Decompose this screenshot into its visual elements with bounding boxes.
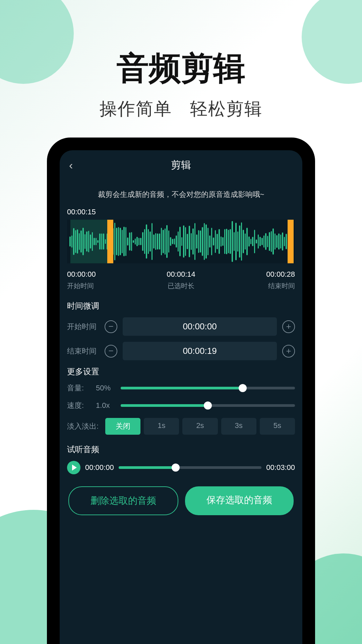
start-time-minus-button[interactable]: − [105,320,117,333]
fade-option-1s[interactable]: 1s [144,418,179,435]
start-time-adjust-label: 开始时间 [67,322,99,332]
preview-slider[interactable] [119,466,262,469]
speed-label: 速度: [67,400,91,411]
preview-title: 试听音频 [67,444,295,455]
preview-current-time: 00:00:00 [85,463,114,472]
promo-title: 音频剪辑 [0,47,362,91]
volume-slider-thumb[interactable] [239,384,247,392]
fade-label: 淡入淡出: [67,421,102,431]
end-time-minus-button[interactable]: − [105,345,117,358]
play-button[interactable] [67,461,80,474]
back-icon[interactable]: ‹ [69,159,73,172]
end-time-label: 结束时间 [266,281,295,290]
speed-slider-thumb[interactable] [204,401,212,410]
save-selection-button[interactable]: 保存选取的音频 [185,486,294,515]
volume-value: 50% [96,384,116,392]
playhead-time: 00:00:15 [67,208,295,216]
volume-label: 音量: [67,383,91,393]
selected-duration-label: 已选时长 [167,281,195,290]
speed-value: 1.0x [96,401,116,410]
fade-option-3s[interactable]: 3s [221,418,256,435]
end-time-value: 00:00:28 [266,270,295,279]
waveform[interactable] [67,220,295,263]
page-title: 剪辑 [171,158,191,172]
end-time-adjust-label: 结束时间 [67,346,99,356]
start-time-plus-button[interactable]: + [282,320,295,333]
settings-title: 更多设置 [67,366,295,377]
promo-subtitle: 操作简单 轻松剪辑 [0,97,362,121]
preview-slider-thumb[interactable] [172,464,180,472]
fade-option-5s[interactable]: 5s [260,418,295,435]
volume-slider[interactable] [121,387,295,389]
waveform-handle-end[interactable] [288,220,294,263]
waveform-handle-start[interactable] [107,220,113,263]
speed-slider[interactable] [121,404,295,407]
fade-option-关闭[interactable]: 关闭 [105,418,140,435]
end-time-display[interactable]: 00:00:19 [123,342,277,360]
end-time-plus-button[interactable]: + [282,345,295,358]
start-time-value: 00:00:00 [67,270,96,279]
fine-tune-title: 时间微调 [67,301,295,311]
preview-total-time: 00:03:00 [266,463,295,472]
start-time-label: 开始时间 [67,281,96,290]
start-time-display[interactable]: 00:00:00 [123,317,277,336]
selected-duration-value: 00:00:14 [167,270,195,279]
fade-option-2s[interactable]: 2s [182,418,218,435]
notice-text: 裁剪会生成新的音频，不会对您的原音造成影响哦~ [60,180,302,208]
delete-selection-button[interactable]: 删除选取的音频 [68,486,178,515]
